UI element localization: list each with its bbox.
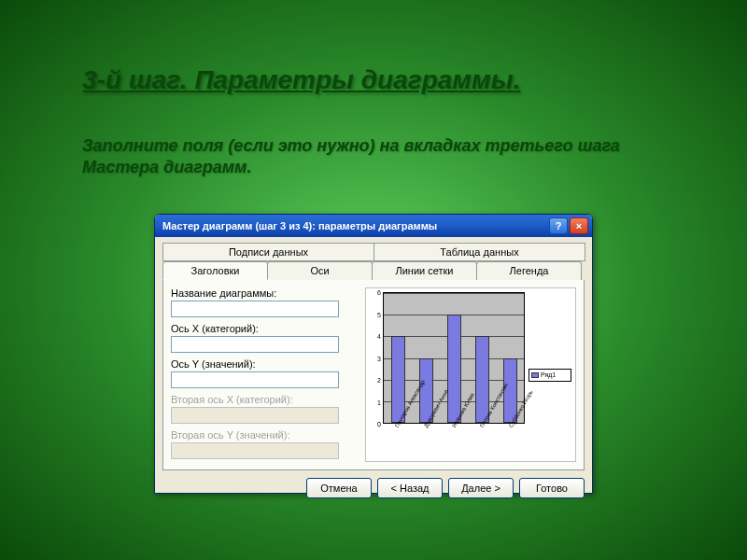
tab-data-labels[interactable]: Подписи данных (162, 243, 374, 261)
next-button[interactable]: Далее > (448, 478, 514, 498)
input-y-axis[interactable] (171, 371, 339, 388)
tab-legend[interactable]: Легенда (476, 261, 582, 280)
back-button[interactable]: < Назад (377, 478, 443, 498)
chart-preview: 0123456 Гончаров АлександрДудоревич Анна… (365, 287, 576, 462)
x-axis-labels: Гончаров АлександрДудоревич АннаИванова … (383, 424, 525, 457)
input-chart-title[interactable] (171, 301, 339, 317)
slide-title: 3-й шаг. Параметры диаграммы. (82, 65, 520, 95)
titlebar[interactable]: Мастер диаграмм (шаг 3 из 4): параметры … (155, 215, 592, 237)
label-x2-axis: Вторая ось X (категорий): (171, 394, 358, 405)
tab-panel: Название диаграммы: Ось X (категорий): О… (162, 280, 585, 470)
input-y2-axis (171, 442, 339, 459)
tabs-row-bottom: Заголовки Оси Линии сетки Легенда (162, 261, 585, 280)
tab-data-table[interactable]: Таблица данных (374, 243, 585, 261)
cancel-button[interactable]: Отмена (306, 478, 372, 498)
label-x-axis: Ось X (категорий): (171, 323, 358, 334)
help-button[interactable]: ? (549, 217, 568, 234)
slide-subtitle: Заполните поля (если это нужно) на вклад… (82, 135, 661, 177)
legend-label: Ряд1 (541, 371, 556, 378)
chart-area: 0123456 Гончаров АлександрДудоревич Анна… (370, 292, 525, 457)
label-y-axis: Ось Y (значений): (171, 358, 358, 370)
label-chart-title: Название диаграммы: (171, 287, 358, 299)
label-y2-axis: Вторая ось Y (значений): (171, 429, 358, 441)
tab-gridlines[interactable]: Линии сетки (372, 261, 477, 280)
finish-button[interactable]: Готово (519, 478, 585, 498)
y-axis: 0123456 (370, 292, 383, 424)
legend-swatch (531, 372, 539, 378)
fields-column: Название диаграммы: Ось X (категорий): О… (171, 287, 358, 462)
tabs-row-top: Подписи данных Таблица данных (162, 243, 585, 261)
input-x2-axis (171, 407, 339, 424)
legend: Ряд1 (529, 369, 571, 382)
dialog-title: Мастер диаграмм (шаг 3 из 4): параметры … (162, 220, 547, 231)
dialog-buttons: Отмена < Назад Далее > Готово (155, 470, 592, 506)
close-button[interactable]: × (570, 217, 588, 234)
tab-titles[interactable]: Заголовки (162, 261, 268, 280)
input-x-axis[interactable] (171, 336, 339, 353)
tab-axes[interactable]: Оси (267, 261, 373, 280)
chart-wizard-dialog: Мастер диаграмм (шаг 3 из 4): параметры … (154, 214, 593, 494)
